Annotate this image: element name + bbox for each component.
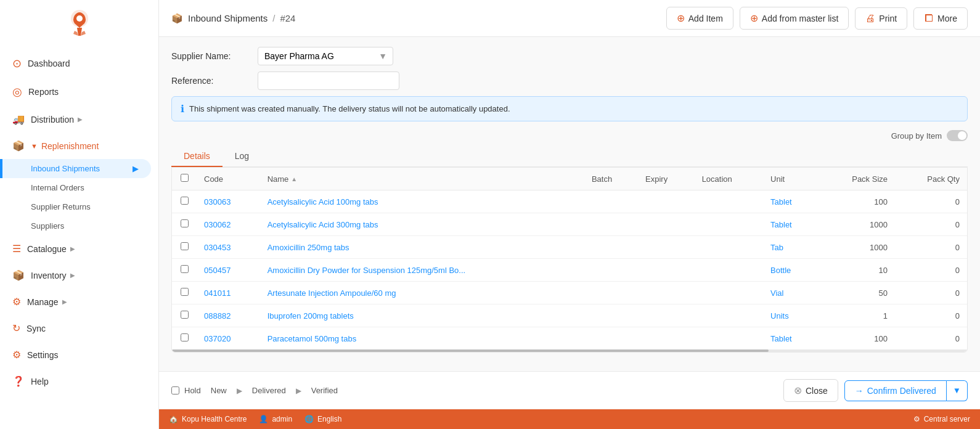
sidebar-item-reports[interactable]: ◎ Reports bbox=[0, 78, 158, 106]
table-row: 041011 Artesunate Injection Ampoule/60 m… bbox=[172, 282, 967, 304]
sidebar-item-settings[interactable]: ⚙ Settings bbox=[0, 341, 158, 368]
unit-link[interactable]: Tablet bbox=[770, 334, 792, 343]
add-item-button[interactable]: ⊕ Add Item bbox=[666, 7, 733, 30]
name-link[interactable]: Artesunate Injection Ampoule/60 mg bbox=[267, 288, 396, 298]
row-checkbox[interactable] bbox=[181, 288, 189, 296]
print-button[interactable]: 🖨 Print bbox=[855, 7, 907, 30]
row-checkbox[interactable] bbox=[181, 219, 189, 227]
more-button[interactable]: ⧠ More bbox=[913, 7, 968, 30]
close-button[interactable]: ⊗ Close bbox=[783, 379, 838, 402]
hold-checkbox-label[interactable]: Hold bbox=[171, 386, 201, 395]
distribution-chevron: ▶ bbox=[78, 116, 83, 123]
sync-icon: ↻ bbox=[12, 322, 20, 334]
table-row: 088882 Ibuprofen 200mg tablets Units 1 0 bbox=[172, 304, 967, 327]
table-row: 030453 Amoxicillin 250mg tabs Tab 1000 0 bbox=[172, 236, 967, 259]
logo bbox=[0, 0, 158, 49]
step-new-label: New bbox=[211, 386, 227, 395]
supplier-select[interactable]: Bayer Pharma AG bbox=[258, 47, 393, 65]
row-checkbox[interactable] bbox=[181, 311, 189, 319]
facility-icon: 🏠 bbox=[169, 415, 178, 423]
sidebar-item-suppliers[interactable]: Suppliers bbox=[0, 216, 158, 235]
catalogue-icon: ☰ bbox=[12, 243, 21, 255]
sidebar-item-distribution[interactable]: 🚚 Distribution ▶ bbox=[0, 106, 158, 133]
sidebar-item-dashboard[interactable]: ⊙ Dashboard bbox=[0, 49, 158, 78]
sidebar-item-inbound-shipments[interactable]: Inbound Shipments ▶ bbox=[0, 159, 151, 178]
name-link[interactable]: Amoxicillin 250mg tabs bbox=[267, 243, 349, 252]
header-pack-qty: Pack Qty bbox=[895, 168, 967, 190]
sidebar-item-replenishment[interactable]: 📦 ▼ Replenishment bbox=[0, 133, 158, 159]
name-link[interactable]: Ibuprofen 200mg tablets bbox=[267, 311, 354, 321]
manage-chevron: ▶ bbox=[62, 298, 67, 305]
row-checkbox[interactable] bbox=[181, 333, 189, 341]
name-sort-icon: ▲ bbox=[291, 176, 297, 182]
replenishment-chevron: ▼ bbox=[31, 142, 38, 150]
sidebar-item-catalogue[interactable]: ☰ Catalogue ▶ bbox=[0, 235, 158, 262]
unit-link[interactable]: Bottle bbox=[770, 266, 791, 275]
name-link[interactable]: Amoxicillin Dry Powder for Suspension 12… bbox=[267, 266, 466, 275]
sidebar-label-manage: Manage bbox=[27, 297, 59, 307]
add-master-icon: ⊕ bbox=[750, 12, 758, 24]
row-checkbox[interactable] bbox=[181, 265, 189, 273]
code-link[interactable]: 030063 bbox=[204, 197, 231, 206]
row-checkbox[interactable] bbox=[181, 197, 189, 205]
sidebar-item-sync[interactable]: ↻ Sync bbox=[0, 315, 158, 341]
confirm-delivered-button[interactable]: → Confirm Delivered bbox=[844, 380, 947, 401]
breadcrumb-separator: / bbox=[272, 13, 275, 23]
header-unit: Unit bbox=[763, 168, 818, 190]
add-item-icon: ⊕ bbox=[677, 12, 685, 24]
code-link[interactable]: 088882 bbox=[204, 311, 231, 321]
name-link[interactable]: Paracetamol 500mg tabs bbox=[267, 334, 357, 343]
add-from-master-button[interactable]: ⊕ Add from master list bbox=[740, 7, 849, 30]
code-link[interactable]: 050457 bbox=[204, 266, 231, 275]
sidebar-item-internal-orders[interactable]: Internal Orders bbox=[0, 178, 158, 197]
unit-link[interactable]: Tablet bbox=[770, 197, 792, 206]
code-link[interactable]: 041011 bbox=[204, 288, 231, 298]
breadcrumb-parent[interactable]: Inbound Shipments bbox=[188, 13, 267, 23]
scroll-bar[interactable] bbox=[172, 349, 769, 352]
cell-location bbox=[695, 190, 763, 213]
code-link[interactable]: 030453 bbox=[204, 243, 231, 252]
tab-log[interactable]: Log bbox=[223, 146, 261, 167]
sidebar-item-help[interactable]: ❓ Help bbox=[0, 368, 158, 394]
supplier-label: Supplier Name: bbox=[171, 51, 258, 61]
catalogue-chevron: ▶ bbox=[70, 245, 75, 252]
user-icon: 👤 bbox=[259, 415, 268, 423]
toggle-knob bbox=[958, 131, 966, 140]
group-by-toggle[interactable] bbox=[947, 130, 968, 141]
unit-link[interactable]: Tab bbox=[770, 243, 783, 252]
header-code: Code bbox=[197, 168, 260, 190]
svg-point-1 bbox=[76, 15, 83, 22]
logo-icon bbox=[61, 6, 98, 43]
internal-orders-label: Internal Orders bbox=[31, 183, 84, 192]
sidebar-item-manage[interactable]: ⚙ Manage ▶ bbox=[0, 288, 158, 315]
cell-batch bbox=[584, 190, 638, 213]
reference-input[interactable] bbox=[258, 72, 399, 90]
facility-item: 🏠 Kopu Health Centre bbox=[169, 415, 247, 423]
replenishment-subnav: Inbound Shipments ▶ Internal Orders Supp… bbox=[0, 159, 158, 235]
server-label: Central server bbox=[924, 415, 970, 423]
sidebar-item-inventory[interactable]: 📦 Inventory ▶ bbox=[0, 262, 158, 288]
name-link[interactable]: Acetylsalicylic Acid 100mg tabs bbox=[267, 197, 378, 206]
name-link[interactable]: Acetylsalicylic Acid 300mg tabs bbox=[267, 220, 378, 229]
confirm-delivered-label: Confirm Delivered bbox=[867, 386, 936, 396]
status-step-new: New bbox=[201, 381, 237, 400]
tab-details[interactable]: Details bbox=[171, 146, 223, 167]
status-step-delivered: Delivered bbox=[242, 381, 296, 400]
add-master-label: Add from master list bbox=[762, 14, 838, 23]
unit-link[interactable]: Units bbox=[770, 311, 789, 321]
header-pack-size: Pack Size bbox=[818, 168, 895, 190]
reference-row: Reference: bbox=[171, 72, 968, 90]
hold-checkbox[interactable] bbox=[171, 386, 179, 394]
unit-link[interactable]: Tablet bbox=[770, 220, 792, 229]
code-link[interactable]: 030062 bbox=[204, 220, 231, 229]
select-all-checkbox[interactable] bbox=[181, 174, 189, 182]
tab-log-label: Log bbox=[235, 151, 249, 161]
sidebar-label-distribution: Distribution bbox=[31, 115, 74, 125]
sidebar-item-supplier-returns[interactable]: Supplier Returns bbox=[0, 197, 158, 216]
code-link[interactable]: 037020 bbox=[204, 334, 231, 343]
top-bar: 📦 Inbound Shipments / #24 ⊕ Add Item ⊕ A… bbox=[159, 0, 980, 37]
confirm-delivered-dropdown-button[interactable]: ▼ bbox=[947, 380, 968, 401]
row-checkbox[interactable] bbox=[181, 242, 189, 250]
unit-link[interactable]: Vial bbox=[770, 288, 783, 298]
header-name[interactable]: Name ▲ bbox=[260, 168, 584, 190]
